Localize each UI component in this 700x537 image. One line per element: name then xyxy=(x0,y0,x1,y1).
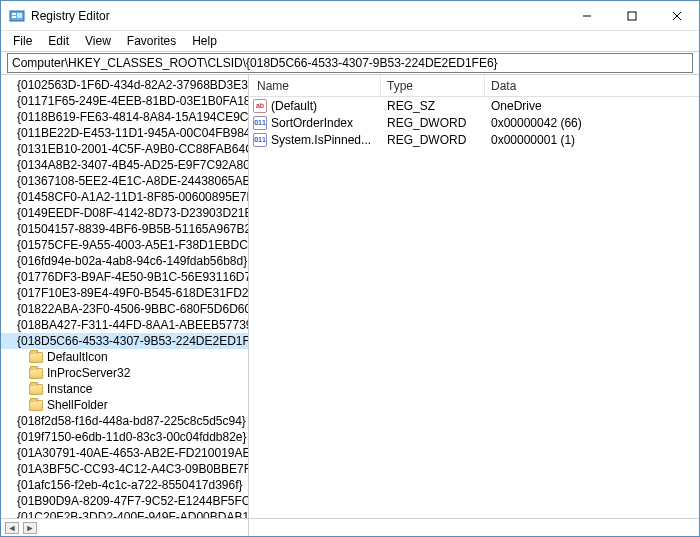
app-icon xyxy=(9,8,25,24)
tree-item[interactable]: {01C20F2B-3DD2-400F-949F-AD00BDAB1D41} xyxy=(1,509,248,518)
menu-favorites[interactable]: Favorites xyxy=(119,32,184,50)
dword-value-icon: 011 xyxy=(253,133,267,147)
titlebar: Registry Editor xyxy=(1,1,699,31)
column-header-name[interactable]: Name xyxy=(249,75,381,96)
menu-file[interactable]: File xyxy=(5,32,40,50)
column-header-data[interactable]: Data xyxy=(485,75,699,96)
scroll-right-icon[interactable]: ► xyxy=(23,522,37,534)
scroll-left-icon[interactable]: ◄ xyxy=(5,522,19,534)
column-header-type[interactable]: Type xyxy=(381,75,485,96)
window-title: Registry Editor xyxy=(31,9,564,23)
tree-item[interactable]: {011BE22D-E453-11D1-945A-00C04FB984F9} xyxy=(1,125,248,141)
tree-item[interactable]: {01504157-8839-4BF6-9B5B-51165A967B2B} xyxy=(1,221,248,237)
tree-item[interactable]: {01575CFE-9A55-4003-A5E1-F38D1EBDCBE1} xyxy=(1,237,248,253)
minimize-button[interactable] xyxy=(564,1,609,30)
list-header: Name Type Data xyxy=(249,75,699,97)
svg-rect-3 xyxy=(17,13,22,18)
menu-help[interactable]: Help xyxy=(184,32,225,50)
tree-subfolder[interactable]: DefaultIcon xyxy=(1,349,248,365)
dword-value-icon: 011 xyxy=(253,116,267,130)
list-panel[interactable]: Name Type Data ab(Default)REG_SZOneDrive… xyxy=(249,75,699,518)
tree-item[interactable]: {01171F65-249E-4EEB-81BD-03E1B0FA1873} xyxy=(1,93,248,109)
tree-item[interactable]: {018D5C66-4533-4307-9B53-224DE2ED1FE6} xyxy=(1,333,248,349)
value-row[interactable]: 011SortOrderIndexREG_DWORD0x00000042 (66… xyxy=(249,114,699,131)
statusbar: ◄ ► xyxy=(1,518,699,536)
tree-item[interactable]: {01A3BF5C-CC93-4C12-A4C3-09B0BBE7F63F} xyxy=(1,461,248,477)
tree-item[interactable]: {01822ABA-23F0-4506-9BBC-680F5D6D606C} xyxy=(1,301,248,317)
tree-item[interactable]: {016fd94e-b02a-4ab8-94c6-149fdab56b8d} xyxy=(1,253,248,269)
folder-icon xyxy=(29,400,43,411)
tree-item[interactable]: {0149EEDF-D08F-4142-8D73-D23903D21E90} xyxy=(1,205,248,221)
window-controls xyxy=(564,1,699,30)
status-left: ◄ ► xyxy=(1,519,249,536)
folder-icon xyxy=(29,352,43,363)
tree-subfolder[interactable]: ShellFolder xyxy=(1,397,248,413)
addressbar xyxy=(1,51,699,75)
tree-item[interactable]: {0118B619-FE63-4814-8A84-15A194CE9CE3} xyxy=(1,109,248,125)
tree-item[interactable]: {01afc156-f2eb-4c1c-a722-8550417d396f} xyxy=(1,477,248,493)
tree-item[interactable]: {019f7150-e6db-11d0-83c3-00c04fddb82e} xyxy=(1,429,248,445)
tree-panel[interactable]: {0102563D-1F6D-434d-82A2-37968BD3E31E}{0… xyxy=(1,75,249,518)
tree-item[interactable]: {01367108-5EE2-4E1C-A8DE-24438065ABC9} xyxy=(1,173,248,189)
address-input[interactable] xyxy=(7,53,693,73)
main-content: {0102563D-1F6D-434d-82A2-37968BD3E31E}{0… xyxy=(1,75,699,518)
close-button[interactable] xyxy=(654,1,699,30)
tree-item[interactable]: {01458CF0-A1A2-11D1-8F85-00600895E7D5} xyxy=(1,189,248,205)
maximize-button[interactable] xyxy=(609,1,654,30)
tree-item[interactable]: {017F10E3-89E4-49F0-B545-618DE31FD27C} xyxy=(1,285,248,301)
tree-item[interactable]: {018BA427-F311-44FD-8AA1-ABEEB57739D9} xyxy=(1,317,248,333)
menubar: FileEditViewFavoritesHelp xyxy=(1,31,699,51)
tree-item[interactable]: {01A30791-40AE-4653-AB2E-FD210019AE88} xyxy=(1,445,248,461)
tree-item[interactable]: {018f2d58-f16d-448a-bd87-225c8c5d5c94} xyxy=(1,413,248,429)
tree-subfolder[interactable]: InProcServer32 xyxy=(1,365,248,381)
svg-rect-1 xyxy=(12,13,16,15)
tree-subfolder[interactable]: Instance xyxy=(1,381,248,397)
tree-item[interactable]: {01B90D9A-8209-47F7-9C52-E1244BF5FC01} xyxy=(1,493,248,509)
svg-rect-2 xyxy=(12,16,16,18)
value-row[interactable]: ab(Default)REG_SZOneDrive xyxy=(249,97,699,114)
tree-item[interactable]: {0134A8B2-3407-4B45-AD25-E9F7C92A80BC} xyxy=(1,157,248,173)
tree-item[interactable]: {0131EB10-2001-4C5F-A9B0-CC88FAB64CE8} xyxy=(1,141,248,157)
value-row[interactable]: 011System.IsPinned...REG_DWORD0x00000001… xyxy=(249,131,699,148)
string-value-icon: ab xyxy=(253,99,267,113)
svg-rect-5 xyxy=(628,12,636,20)
tree-item[interactable]: {01776DF3-B9AF-4E50-9B1C-56E93116D704} xyxy=(1,269,248,285)
folder-icon xyxy=(29,368,43,379)
folder-icon xyxy=(29,384,43,395)
tree-item[interactable]: {0102563D-1F6D-434d-82A2-37968BD3E31E} xyxy=(1,77,248,93)
menu-edit[interactable]: Edit xyxy=(40,32,77,50)
menu-view[interactable]: View xyxy=(77,32,119,50)
